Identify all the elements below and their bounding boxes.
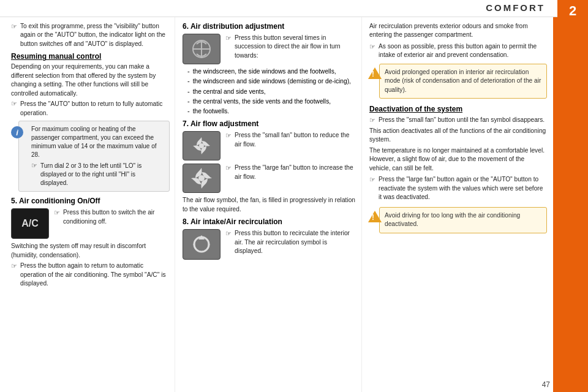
- section7-arrow1-icon: ☞: [225, 132, 232, 140]
- section-badge: 2: [557, 0, 588, 392]
- section5-arrow-text: ☞ Press this button to switch the air co…: [54, 208, 170, 226]
- ac-label: A/C: [21, 218, 39, 229]
- resuming-arrow-para: ☞ Press the "AUTO" button to return to f…: [11, 100, 170, 118]
- deact-arrow2-para: ☞ Press the "large fan" button again or …: [369, 175, 547, 202]
- resuming-body: Depending on your requirements, you can …: [11, 62, 170, 98]
- info-icon: i: [11, 126, 23, 138]
- info-arrow-2-icon: ☞: [31, 162, 37, 170]
- section6-title: 6. Air distribution adjustment: [183, 22, 356, 31]
- deact-text1: Press the "small fan" button until the f…: [379, 116, 545, 124]
- recirc-arrow-text: As soon as possible, press this button a…: [379, 42, 547, 60]
- warn-box-2: Avoid driving for too long with the air …: [379, 207, 547, 233]
- recirc-intro: Air recirculation prevents exterior odou…: [369, 22, 547, 40]
- warn-box-1-wrap: ! Avoid prolonged operation in interior …: [379, 64, 547, 99]
- intro-arrow-icon: ☞: [11, 23, 17, 31]
- small-fan-icon: [192, 136, 211, 156]
- resuming-arrow-icon: ☞: [11, 100, 17, 108]
- small-fan-btn-img: [183, 131, 221, 160]
- section6-text: Press this button several times in succe…: [235, 34, 356, 60]
- sidebar-accent: [553, 17, 557, 392]
- section7-large-fan: ☞ Press the "large fan" button to increa…: [183, 164, 356, 193]
- section8-arrow-text: ☞ Press this button to recirculate the i…: [225, 229, 356, 255]
- bullet-text-4: the central vents, the side vents and th…: [193, 97, 331, 106]
- air-dist-icon: [190, 38, 213, 60]
- large-fan-icon: [190, 167, 213, 190]
- section5-note2-text: Press the button again to return to auto…: [20, 262, 170, 288]
- section6-content: ☞ Press this button several times in suc…: [183, 34, 356, 64]
- warn-exclaim-2: !: [372, 213, 374, 222]
- recirc-arrow-icon: ☞: [369, 43, 375, 51]
- section5-note2-arrow-icon: ☞: [11, 262, 17, 270]
- header: COMFORT: [0, 0, 588, 17]
- warn-box-2-wrap: ! Avoid driving for too long with the ai…: [379, 207, 547, 233]
- header-title: COMFORT: [486, 2, 545, 13]
- warn-text-2: Avoid driving for too long with the air …: [385, 212, 520, 227]
- mid-column: 6. Air distribution adjustment ☞ Press t…: [175, 17, 362, 392]
- air-dist-button-img: [183, 34, 221, 64]
- left-column: ☞ To exit this programme, press the "vis…: [0, 17, 175, 392]
- bullet-text-2: the windscreen and side windows (demisti…: [193, 77, 351, 86]
- deact-arrow1-icon: ☞: [369, 116, 375, 124]
- section7-text1: Press the "small fan" button to reduce t…: [235, 131, 356, 149]
- dash-3: -: [187, 88, 190, 96]
- deact-note2: The temperature is no longer maintained …: [369, 146, 547, 173]
- bullet-2: - the windscreen and side windows (demis…: [187, 77, 356, 86]
- section7-title: 7. Air flow adjustment: [183, 119, 356, 128]
- deact-arrow1-para: ☞ Press the "small fan" button until the…: [369, 116, 547, 124]
- deact-arrow2-icon: ☞: [369, 176, 375, 184]
- section6-arrow-text: ☞ Press this button several times in suc…: [225, 34, 356, 60]
- section5-arrow-icon: ☞: [54, 209, 60, 217]
- recirc-arrow-para: ☞ As soon as possible, press this button…: [369, 42, 547, 60]
- info-box: i For maximum cooling or heating of the …: [18, 121, 170, 192]
- dash-1: -: [187, 67, 190, 76]
- bullet-text-3: the central and side vents,: [193, 88, 266, 96]
- main-content: ☞ To exit this programme, press the "vis…: [0, 17, 553, 392]
- right-column: Air recirculation prevents exterior odou…: [362, 17, 553, 392]
- bullet-text-1: the windscreen, the side windows and the…: [193, 67, 336, 76]
- section8-title: 8. Air intake/Air recirculation: [183, 217, 356, 226]
- section5-text: Press this button to switch the air cond…: [63, 208, 170, 226]
- section7-small-fan: ☞ Press the "small fan" button to reduce…: [183, 131, 356, 160]
- page-number: 47: [542, 380, 550, 389]
- bullet-5: - the footwells.: [187, 107, 356, 116]
- section5-note2: ☞ Press the button again to return to au…: [11, 262, 170, 288]
- dash-5: -: [187, 107, 190, 116]
- section6-bullets: - the windscreen, the side windows and t…: [187, 67, 356, 116]
- bullet-3: - the central and side vents,: [187, 88, 356, 96]
- info-text-1: For maximum cooling or heating of the pa…: [31, 125, 164, 159]
- section5-title: 5. Air conditioning On/Off: [11, 197, 170, 205]
- recirc-icon: [191, 234, 212, 255]
- warn-triangle-2: [368, 211, 382, 222]
- section5-content: A/C ☞ Press this button to switch the ai…: [11, 208, 170, 239]
- section7-note: The air flow symbol, the fan, is filled …: [183, 196, 356, 214]
- info-text-body-2: Turn dial 2 or 3 to the left until "LO" …: [40, 162, 164, 187]
- section8-arrow-icon: ☞: [225, 230, 232, 238]
- info-text-2: ☞ Turn dial 2 or 3 to the left until "LO…: [31, 162, 164, 187]
- bullet-1: - the windscreen, the side windows and t…: [187, 67, 356, 76]
- section7-text2: Press the "large fan" button to increase…: [235, 164, 356, 181]
- section7-arrow2-icon: ☞: [225, 164, 232, 172]
- deact-text2: Press the "large fan" button again or th…: [379, 175, 547, 202]
- resuming-arrow-text: Press the "AUTO" button to return to ful…: [20, 100, 170, 118]
- bullet-4: - the central vents, the side vents and …: [187, 97, 356, 106]
- section6-arrow-icon: ☞: [225, 34, 232, 42]
- info-text-body-1: For maximum cooling or heating of the pa…: [31, 125, 164, 159]
- dash-2: -: [187, 77, 190, 86]
- section-number: 2: [569, 3, 576, 19]
- resuming-title: Resuming manual control: [11, 52, 170, 61]
- section7-text2-wrap: ☞ Press the "large fan" button to increa…: [225, 164, 356, 181]
- deact-note1: This action deactivates all of the funct…: [369, 127, 547, 145]
- recirc-btn-img: [183, 229, 221, 260]
- intro-text: To exit this programme, press the "visib…: [20, 22, 170, 48]
- section8-content: ☞ Press this button to recirculate the i…: [183, 229, 356, 260]
- section5-note1: Switching the system off may result in d…: [11, 242, 170, 260]
- ac-button-img: A/C: [11, 208, 49, 239]
- large-fan-btn-img: [183, 164, 221, 193]
- dash-4: -: [187, 97, 190, 106]
- bullet-text-5: the footwells.: [193, 107, 229, 116]
- deactivation-title: Deactivation of the system: [369, 105, 547, 113]
- warn-box-1: Avoid prolonged operation in interior ai…: [379, 64, 547, 99]
- warn-triangle-1: [368, 67, 382, 79]
- warn-exclaim-1: !: [372, 70, 374, 78]
- warn-text-1: Avoid prolonged operation in interior ai…: [385, 69, 541, 93]
